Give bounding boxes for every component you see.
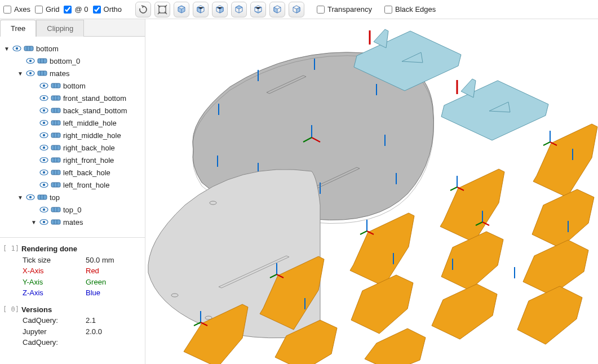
- transparency-checkbox[interactable]: Transparency: [317, 5, 372, 14]
- node-type-icon: [24, 45, 34, 52]
- ortho-checkbox-input[interactable]: [93, 6, 101, 14]
- tree-row[interactable]: top_0: [3, 203, 141, 216]
- node-type-icon: [51, 169, 61, 176]
- info-key: CadQuery:: [23, 315, 82, 326]
- svg-rect-23: [51, 96, 60, 100]
- ortho-label: Ortho: [104, 5, 122, 14]
- svg-rect-48: [51, 158, 60, 162]
- node-type-icon: [51, 132, 61, 139]
- expand-icon[interactable]: ▼: [3, 46, 10, 52]
- visibility-eye-icon[interactable]: [39, 107, 48, 114]
- sidebar: Tree Clipping ▼bottombottom_0▼matesbotto…: [0, 19, 145, 364]
- info-key: X-Axis: [23, 265, 82, 277]
- info-key: Y-Axis: [23, 277, 82, 288]
- grid-checkbox-input[interactable]: [35, 6, 43, 14]
- transparency-checkbox-input[interactable]: [317, 6, 325, 14]
- visibility-eye-icon[interactable]: [26, 194, 35, 201]
- visibility-eye-icon[interactable]: [39, 144, 48, 151]
- expand-icon[interactable]: ▼: [30, 219, 37, 225]
- svg-point-12: [29, 72, 32, 74]
- axes-checkbox[interactable]: Axes: [3, 5, 30, 14]
- tab-tree[interactable]: Tree: [0, 20, 36, 37]
- node-type-icon: [51, 181, 61, 188]
- svg-rect-43: [51, 145, 60, 150]
- visibility-eye-icon[interactable]: [39, 82, 48, 89]
- svg-line-102: [360, 231, 367, 234]
- expand-icon[interactable]: ▼: [17, 70, 24, 77]
- node-type-icon: [51, 206, 61, 213]
- visibility-eye-icon[interactable]: [39, 219, 48, 225]
- tree-label: front_stand_bottom: [63, 94, 126, 103]
- svg-rect-3: [24, 46, 33, 51]
- viewport-3d[interactable]: [145, 19, 598, 364]
- svg-point-22: [43, 97, 45, 99]
- visibility-eye-icon[interactable]: [39, 157, 48, 163]
- node-type-icon: [51, 157, 61, 163]
- tree-row[interactable]: bottom: [3, 79, 141, 92]
- tree-row[interactable]: left_front_hole: [3, 179, 141, 191]
- top-view-button[interactable]: [231, 2, 247, 17]
- at0-checkbox[interactable]: @ 0: [64, 5, 88, 14]
- tree-label: top: [50, 193, 60, 202]
- svg-rect-18: [51, 83, 60, 88]
- tree-row[interactable]: ▼bottom: [3, 42, 141, 55]
- visibility-eye-icon[interactable]: [12, 45, 21, 52]
- node-type-icon: [37, 57, 47, 64]
- tree-row[interactable]: back_stand_bottom: [3, 104, 141, 117]
- visibility-eye-icon[interactable]: [26, 57, 35, 64]
- visibility-eye-icon[interactable]: [39, 169, 48, 176]
- info-index: [ 1]: [2, 243, 19, 255]
- info-value: Red: [86, 265, 99, 277]
- axes-checkbox-input[interactable]: [3, 6, 11, 14]
- visibility-eye-icon[interactable]: [39, 119, 48, 126]
- left-view-button[interactable]: [269, 2, 285, 17]
- tree-label: left_middle_hole: [63, 119, 117, 127]
- tree-row[interactable]: right_middle_hole: [3, 129, 141, 141]
- tree-label: right_middle_hole: [63, 131, 121, 140]
- svg-point-57: [43, 184, 45, 186]
- svg-point-42: [43, 147, 45, 149]
- info-key: Z-Axis: [23, 287, 82, 299]
- tree-row[interactable]: front_stand_bottom: [3, 92, 141, 104]
- reset-view-button[interactable]: [135, 2, 151, 17]
- front-view-button[interactable]: [193, 2, 209, 17]
- node-type-icon: [37, 70, 47, 77]
- svg-point-52: [43, 171, 45, 174]
- tree-row[interactable]: right_front_hole: [3, 154, 141, 166]
- expand-icon[interactable]: ▼: [17, 194, 24, 201]
- tree-row[interactable]: ▼top: [3, 191, 141, 203]
- info-entry: [ 0]VersionsCadQuery:2.1Jupyter CadQuery…: [2, 304, 139, 348]
- tree-row[interactable]: left_middle_hole: [3, 117, 141, 129]
- tree-label: right_front_hole: [63, 156, 114, 165]
- blackedges-checkbox[interactable]: Black Edges: [384, 5, 436, 14]
- back-view-button[interactable]: [212, 2, 228, 17]
- blackedges-checkbox-input[interactable]: [384, 6, 392, 14]
- node-type-icon: [51, 119, 61, 126]
- tabs: Tree Clipping: [0, 19, 145, 37]
- ortho-checkbox[interactable]: Ortho: [93, 5, 122, 14]
- svg-point-72: [43, 221, 45, 223]
- tree-row[interactable]: left_back_hole: [3, 166, 141, 179]
- tree-label: right_back_hole: [63, 144, 115, 152]
- right-view-button[interactable]: [289, 2, 304, 17]
- at0-checkbox-input[interactable]: [64, 6, 72, 14]
- visibility-eye-icon[interactable]: [39, 132, 48, 139]
- fit-view-button[interactable]: [154, 2, 170, 17]
- visibility-eye-icon[interactable]: [39, 206, 48, 213]
- svg-rect-33: [51, 121, 60, 125]
- visibility-eye-icon[interactable]: [39, 181, 48, 188]
- iso-view-button[interactable]: [174, 2, 189, 17]
- bottom-view-button[interactable]: [250, 2, 266, 17]
- tree-label: left_back_hole: [63, 168, 110, 177]
- tree-row[interactable]: right_back_hole: [3, 141, 141, 154]
- visibility-eye-icon[interactable]: [26, 70, 35, 77]
- tree-row[interactable]: bottom_0: [3, 55, 141, 67]
- tree-row[interactable]: ▼mates: [3, 67, 141, 79]
- tree-label: top_0: [63, 206, 82, 214]
- tab-clipping[interactable]: Clipping: [36, 20, 84, 37]
- svg-rect-38: [51, 133, 60, 137]
- grid-checkbox[interactable]: Grid: [35, 5, 60, 14]
- visibility-eye-icon[interactable]: [39, 95, 48, 101]
- svg-rect-73: [51, 220, 60, 224]
- tree-row[interactable]: ▼mates: [3, 216, 141, 228]
